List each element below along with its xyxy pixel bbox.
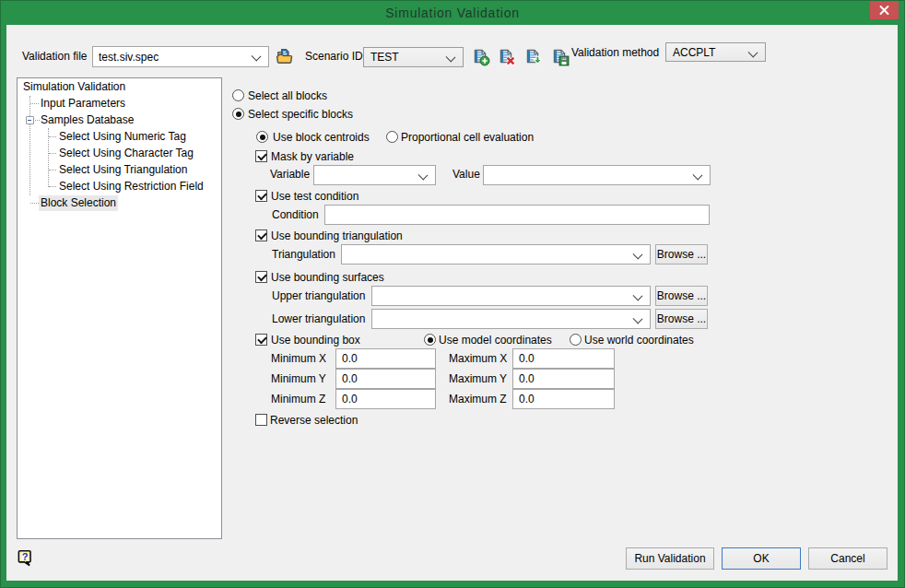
svg-text:?: ? (22, 551, 29, 562)
